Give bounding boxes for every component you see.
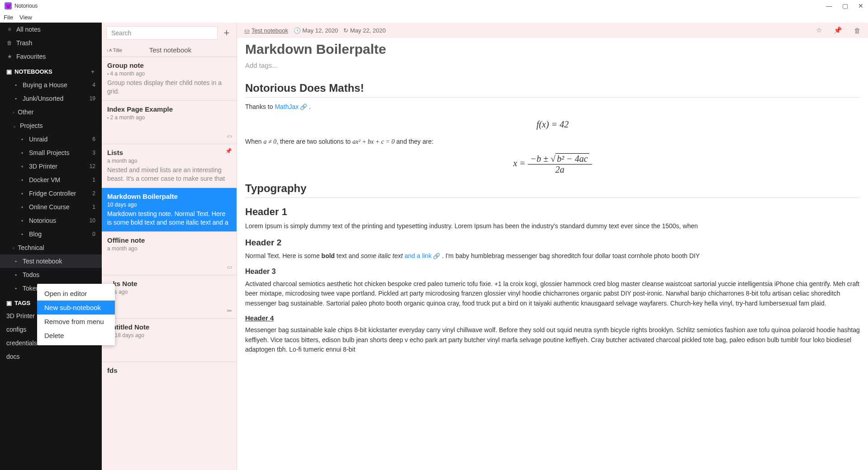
sidebar-item-label: Blog [29, 230, 89, 238]
equation-1: f(x) = 42 [245, 119, 860, 130]
note-item-title: Index Page Example [107, 105, 231, 113]
menu-file[interactable]: File [4, 14, 13, 21]
sidebar-item-small-projects[interactable]: ▪Small Projects3 [0, 146, 102, 160]
sort-button[interactable]: ↓ᴀ Title [106, 47, 122, 53]
breadcrumb[interactable]: ▭ Test notebook [244, 27, 288, 34]
sidebar-item-todos[interactable]: ▪Todos [0, 268, 102, 282]
sort-label: Title [113, 47, 122, 53]
sidebar-item-3d-printer[interactable]: ▪3D Printer12 [0, 160, 102, 173]
note-item[interactable]: Group note ▪4 a month ago Group notes di… [102, 56, 237, 100]
sidebar-item-label: Notorious [29, 217, 86, 224]
pin-button[interactable]: 📌 [834, 26, 842, 34]
note-item-preview: Nested and mixed lists are an interestin… [107, 166, 231, 183]
sidebar-item-fridge-controller[interactable]: ▪Fridge Controller2 [0, 187, 102, 200]
paragraph: Normal Text. Here is some bold text and … [245, 251, 860, 261]
folder-icon: ▪ [19, 217, 25, 224]
sidebar-item-unraid[interactable]: ▪Unraid6 [0, 132, 102, 146]
sidebar-item-all-notes[interactable]: ≡All notes [0, 23, 102, 36]
note-list: Search + ↓ᴀ Title Test notebook Group no… [102, 23, 237, 470]
note-item[interactable]: Offline note a month ago ▭ [102, 231, 237, 275]
note-item-title: Group note [107, 61, 231, 69]
window-minimize-icon[interactable]: — [826, 2, 832, 9]
sidebar-item-favourites[interactable]: ★Favourites [0, 50, 102, 63]
context-menu-item-open-in-editor[interactable]: Open in editor [37, 287, 115, 301]
sidebar-item-technical[interactable]: ›Technical [0, 241, 102, 254]
nav-icon: ≡ [6, 26, 13, 33]
note-item-title: ...ks Note [107, 280, 231, 287]
sidebar-item-docker-vm[interactable]: ▪Docker VM1 [0, 173, 102, 187]
note-item[interactable]: Lists a month ago Nested and mixed lists… [102, 144, 237, 188]
sidebar-item-label: Todos [23, 271, 92, 278]
context-menu-item-new-sub-notebook[interactable]: New sub-notebook [37, 301, 115, 315]
context-menu-item-remove-from-menu[interactable]: Remove from menu [37, 315, 115, 329]
count-badge: 19 [90, 95, 95, 102]
note-body[interactable]: Notorious Does Maths! Thanks to MathJax🔗… [245, 82, 860, 355]
folder-icon: ▪ [13, 258, 19, 264]
note-item[interactable]: Untitled Note ▪1 18 days ago [102, 318, 237, 362]
heading-maths: Notorious Does Maths! [245, 82, 860, 98]
chevron-icon[interactable]: › [13, 110, 14, 115]
chevron-icon[interactable]: ⌄ [13, 123, 16, 128]
sidebar: ≡All notes🗑Trash★Favourites ▣ NOTEBOOKS … [0, 23, 102, 470]
sidebar-item-test-notebook[interactable]: ▪Test notebook [0, 254, 102, 268]
note-type-icon: ≔ [227, 307, 232, 314]
search-input[interactable]: Search [106, 26, 218, 40]
tag-label: docs [6, 353, 95, 360]
sidebar-item-projects[interactable]: ⌄Projects [0, 119, 102, 132]
context-menu: Open in editorNew sub-notebookRemove fro… [37, 284, 115, 345]
sidebar-item-label: Small Projects [29, 149, 89, 156]
main-content: ▭ Test notebook 🕓 May 12, 2020 ↻ May 22,… [237, 23, 868, 470]
folder-icon: ▪ [19, 163, 25, 169]
tags-input[interactable]: Add tags... [245, 61, 860, 69]
new-note-button[interactable]: + [221, 27, 232, 39]
sidebar-item-label: Junk/Unsorted [23, 95, 86, 102]
count-badge: 1 [92, 204, 95, 210]
modified-date: ↻ May 22, 2020 [343, 27, 385, 34]
count-badge: 1 [92, 177, 95, 183]
sidebar-item-label: Fridge Controller [29, 190, 89, 197]
sidebar-item-notorious[interactable]: ▪Notorious10 [0, 214, 102, 227]
notelist-title: Test notebook [149, 46, 191, 54]
tag-icon: ▣ [6, 300, 12, 306]
sidebar-item-label: Other [18, 108, 92, 116]
menubar: File View [0, 12, 868, 23]
sidebar-item-label: All notes [16, 26, 95, 33]
window-maximize-icon[interactable]: ▢ [842, 2, 848, 9]
note-item[interactable]: Index Page Example ▪2 a month ago ▭ [102, 100, 237, 144]
favourite-button[interactable]: ☆ [816, 26, 822, 34]
note-type-icon: ▭ [227, 264, 232, 270]
note-item[interactable]: Markdown Boilerpalte 10 days ago Markdow… [102, 188, 237, 231]
sidebar-item-trash[interactable]: 🗑Trash [0, 36, 102, 50]
folder-icon: ▪ [19, 204, 25, 210]
sidebar-item-junk-unsorted[interactable]: ▪Junk/Unsorted19 [0, 92, 102, 105]
sidebar-item-blog[interactable]: ▪Blog0 [0, 227, 102, 241]
tag-docs[interactable]: docs [0, 350, 102, 363]
folder-icon: ▪ [19, 150, 25, 156]
delete-button[interactable]: 🗑 [854, 27, 861, 34]
note-item-title: fds [107, 367, 231, 374]
note-item[interactable]: fds [102, 362, 237, 405]
add-notebook-icon[interactable]: ＋ [90, 68, 95, 75]
note-item[interactable]: ...ks Note ...ys ago ≔ [102, 275, 237, 318]
sidebar-item-label: Test notebook [23, 258, 92, 265]
paragraph: Messenger bag sustainable kale chips 8-b… [245, 325, 860, 355]
folder-icon: ▪ [13, 272, 19, 278]
sidebar-item-label: Unraid [29, 136, 89, 143]
content-link[interactable]: and a link [404, 252, 432, 259]
sidebar-item-other[interactable]: ›Other [0, 105, 102, 119]
titlebar: 😈 Notorious — ▢ ✕ [0, 0, 868, 12]
pin-icon: 📌 [225, 148, 232, 154]
sidebar-item-label: Projects [20, 122, 92, 129]
sidebar-item-buying-a-house[interactable]: ▪Buying a House4 [0, 78, 102, 92]
folder-icon: ▪ [19, 231, 25, 237]
breadcrumb-label: Test notebook [251, 27, 288, 34]
sidebar-item-online-course[interactable]: ▪Online Course1 [0, 200, 102, 214]
menu-view[interactable]: View [19, 14, 32, 21]
chevron-icon[interactable]: › [13, 245, 14, 250]
nav-icon: 🗑 [6, 40, 13, 46]
folder-icon: ▪ [13, 95, 19, 102]
note-title[interactable]: Markdown Boilerpalte [245, 42, 860, 57]
mathjax-link[interactable]: MathJax [275, 103, 299, 110]
context-menu-item-delete[interactable]: Delete [37, 329, 115, 343]
window-close-icon[interactable]: ✕ [858, 2, 863, 9]
